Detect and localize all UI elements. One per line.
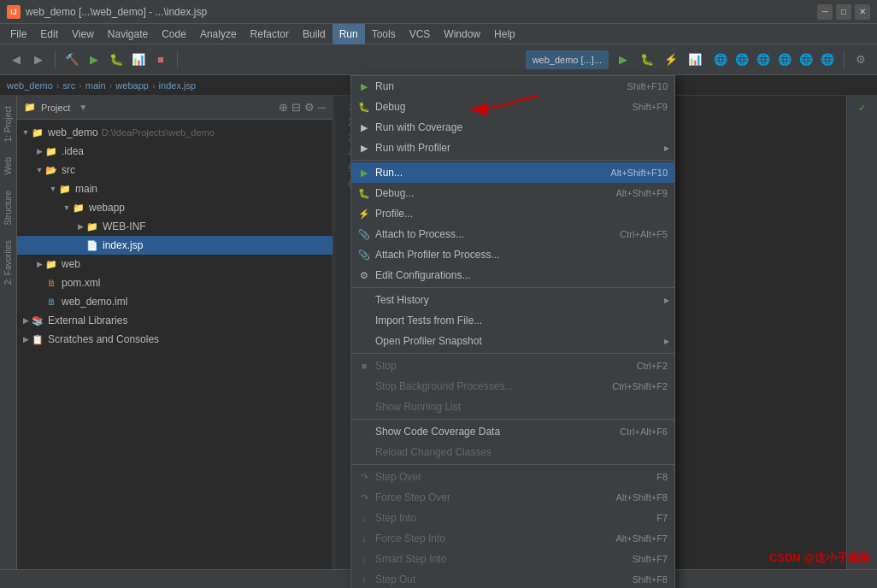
breadcrumb-main[interactable]: main bbox=[85, 80, 106, 91]
toolbar-settings[interactable]: ⚙ bbox=[851, 50, 870, 69]
debug-button[interactable]: 🐛 bbox=[638, 50, 656, 69]
coverage-button[interactable]: 📊 bbox=[686, 50, 704, 69]
menu-navigate[interactable]: Navigate bbox=[101, 24, 155, 44]
toolbar-back[interactable]: ◀ bbox=[7, 50, 26, 69]
run-label: Run bbox=[375, 80, 622, 92]
toolbar-sep2 bbox=[177, 51, 178, 68]
menu-item-force-step-over[interactable]: ↷ Force Step Over Alt+Shift+F8 bbox=[351, 487, 674, 508]
menu-item-run-coverage[interactable]: ▶ Run with Coverage bbox=[351, 117, 674, 138]
menu-item-show-running[interactable]: Show Running List bbox=[351, 397, 674, 417]
stop-icon: ■ bbox=[358, 360, 370, 372]
tree-item-src[interactable]: ▼ 📂 src bbox=[17, 161, 333, 179]
tree-item-indexjsp[interactable]: 📄 index.jsp bbox=[17, 236, 333, 255]
breadcrumb-src[interactable]: src bbox=[63, 80, 76, 91]
toolbar-forward[interactable]: ▶ bbox=[29, 50, 48, 69]
menu-item-run[interactable]: ▶ Run Shift+F10 bbox=[351, 76, 674, 97]
sep2 bbox=[351, 287, 674, 288]
profile-button[interactable]: ⚡ bbox=[662, 50, 680, 69]
menu-view[interactable]: View bbox=[65, 24, 101, 44]
icon-locate[interactable]: ⊕ bbox=[279, 101, 288, 114]
tree-item-root[interactable]: ▼ 📁 web_demo D:\IdeaProjects\web_demo bbox=[17, 123, 333, 142]
tree-item-scratches[interactable]: ▶ 📋 Scratches and Consoles bbox=[17, 330, 333, 349]
toolbar-run[interactable]: ▶ bbox=[85, 50, 103, 69]
tree-item-pomxml[interactable]: 🗎 pom.xml bbox=[17, 273, 333, 292]
tree-item-main[interactable]: ▼ 📁 main bbox=[17, 179, 333, 198]
menu-item-reload-classes[interactable]: Reload Changed Classes bbox=[351, 442, 674, 462]
tree-item-extlib[interactable]: ▶ 📚 External Libraries bbox=[17, 311, 333, 330]
menu-item-import-tests[interactable]: Import Tests from File... bbox=[351, 310, 674, 331]
menu-item-debug[interactable]: 🐛 Debug Shift+F9 bbox=[351, 97, 674, 117]
toolbar-browser5[interactable]: 🌐 bbox=[797, 50, 815, 69]
menu-item-force-step-into[interactable]: ↓ Force Step Into Alt+Shift+F7 bbox=[351, 528, 674, 549]
toolbar-browser1[interactable]: 🌐 bbox=[711, 50, 730, 69]
show-running-label: Show Running List bbox=[375, 401, 668, 413]
toolbar-stop[interactable]: ■ bbox=[151, 50, 170, 69]
tree-label-webapp: webapp bbox=[89, 202, 125, 214]
menu-item-coverage-data[interactable]: Show Code Coverage Data Ctrl+Alt+F6 bbox=[351, 421, 674, 442]
menu-item-profile-dots[interactable]: ⚡ Profile... bbox=[351, 203, 674, 224]
menu-item-step-out[interactable]: ↑ Step Out Shift+F8 bbox=[351, 569, 674, 588]
tree-item-idea[interactable]: ▶ 📁 .idea bbox=[17, 142, 333, 161]
toolbar-coverage[interactable]: 📊 bbox=[129, 50, 148, 69]
restore-button[interactable]: □ bbox=[836, 4, 851, 20]
menu-item-step-into[interactable]: ↓ Step Into F7 bbox=[351, 508, 674, 528]
toolbar-browser4[interactable]: 🌐 bbox=[775, 50, 794, 69]
menu-item-test-history[interactable]: Test History bbox=[351, 290, 674, 310]
tree-item-iml[interactable]: 🗎 web_demo.iml bbox=[17, 292, 333, 311]
breadcrumb-file[interactable]: index.jsp bbox=[159, 80, 196, 91]
title-bar: IJ web_demo [...\web_demo] - ...\index.j… bbox=[0, 0, 877, 24]
menu-help[interactable]: Help bbox=[487, 24, 522, 44]
menu-item-run-dots[interactable]: ▶ Run... Alt+Shift+F10 bbox=[351, 162, 674, 183]
toolbar-browser6[interactable]: 🌐 bbox=[818, 50, 837, 69]
menu-build[interactable]: Build bbox=[296, 24, 333, 44]
menu-item-debug-dots[interactable]: 🐛 Debug... Alt+Shift+F9 bbox=[351, 183, 674, 203]
menu-item-edit-config[interactable]: ⚙ Edit Configurations... bbox=[351, 265, 674, 285]
debug-dots-icon: 🐛 bbox=[358, 187, 370, 199]
arrow-pomxml bbox=[34, 278, 44, 288]
menu-item-step-over[interactable]: ↷ Step Over F8 bbox=[351, 467, 674, 487]
menu-tools[interactable]: Tools bbox=[365, 24, 403, 44]
menu-item-attach-process[interactable]: 📎 Attach to Process... Ctrl+Alt+F5 bbox=[351, 224, 674, 244]
sidebar-label-web[interactable]: Web bbox=[3, 150, 13, 181]
menu-item-run-profiler[interactable]: ▶ Run with Profiler bbox=[351, 138, 674, 158]
step-into-label: Step Into bbox=[375, 512, 651, 524]
toolbar-debug[interactable]: 🐛 bbox=[107, 50, 126, 69]
menu-file[interactable]: File bbox=[3, 24, 33, 44]
menu-item-stop-bg[interactable]: Stop Background Processes... Ctrl+Shift+… bbox=[351, 376, 674, 397]
run-config[interactable]: web_demo [...]... bbox=[526, 50, 609, 69]
icon-collapse[interactable]: ⊟ bbox=[291, 101, 301, 114]
icon-root-folder: 📁 bbox=[31, 126, 44, 139]
smart-step-icon: ↓ bbox=[358, 553, 370, 565]
sidebar-label-project[interactable]: 1: Project bbox=[3, 99, 13, 149]
tree-item-webinf[interactable]: ▶ 📁 WEB-INF bbox=[17, 217, 333, 236]
menu-run[interactable]: Run bbox=[333, 24, 365, 44]
project-dropdown-arrow[interactable]: ▼ bbox=[79, 103, 87, 112]
menu-analyze[interactable]: Analyze bbox=[193, 24, 244, 44]
toolbar-build[interactable]: 🔨 bbox=[62, 50, 81, 69]
sidebar-label-favorites[interactable]: 2: Favorites bbox=[3, 233, 13, 291]
breadcrumb-project[interactable]: web_demo bbox=[7, 80, 53, 91]
sidebar-label-structure[interactable]: Structure bbox=[3, 184, 13, 232]
icon-settings[interactable]: ⚙ bbox=[304, 101, 315, 114]
breadcrumb-webapp[interactable]: webapp bbox=[115, 80, 149, 91]
toolbar-browser2[interactable]: 🌐 bbox=[733, 50, 751, 69]
tree-item-webapp[interactable]: ▼ 📁 webapp bbox=[17, 198, 333, 217]
tree-item-web[interactable]: ▶ 📁 web bbox=[17, 255, 333, 273]
minimize-button[interactable]: ─ bbox=[817, 4, 833, 20]
menu-item-attach-profiler[interactable]: 📎 Attach Profiler to Process... bbox=[351, 244, 674, 265]
menu-item-smart-step-into[interactable]: ↓ Smart Step Into Shift+F7 bbox=[351, 549, 674, 569]
icon-minimize[interactable]: ─ bbox=[318, 101, 326, 114]
run-button[interactable]: ▶ bbox=[614, 50, 633, 69]
menu-vcs[interactable]: VCS bbox=[403, 24, 438, 44]
step-over-label: Step Over bbox=[375, 471, 651, 483]
menu-refactor[interactable]: Refactor bbox=[244, 24, 296, 44]
menu-edit[interactable]: Edit bbox=[33, 24, 65, 44]
icon-webinf: 📁 bbox=[85, 220, 99, 233]
menu-item-open-profiler[interactable]: Open Profiler Snapshot bbox=[351, 331, 674, 351]
close-button[interactable]: ✕ bbox=[855, 4, 870, 20]
menu-code[interactable]: Code bbox=[155, 24, 193, 44]
menu-item-stop[interactable]: ■ Stop Ctrl+F2 bbox=[351, 356, 674, 376]
toolbar-browser3[interactable]: 🌐 bbox=[754, 50, 773, 69]
step-into-icon: ↓ bbox=[358, 512, 370, 524]
menu-window[interactable]: Window bbox=[437, 24, 487, 44]
